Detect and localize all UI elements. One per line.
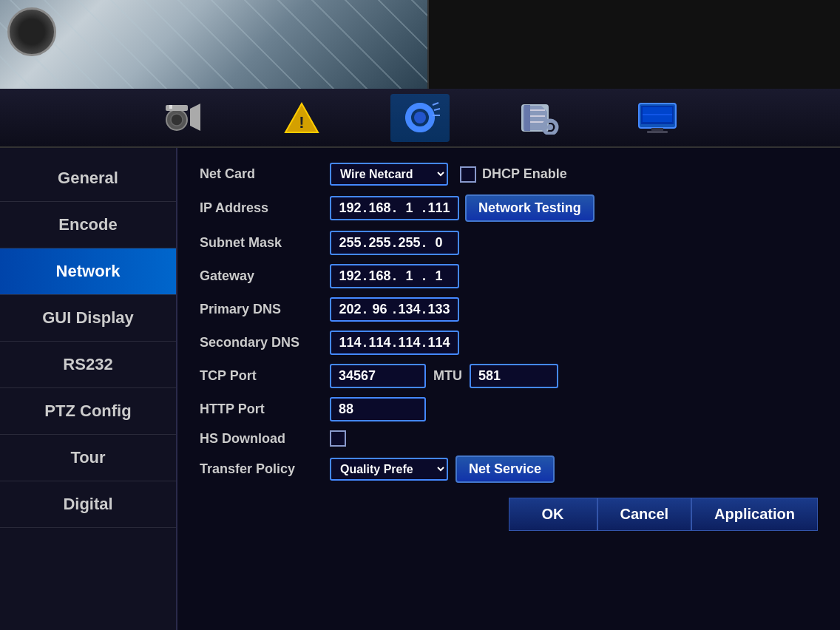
application-button[interactable]: Application <box>691 498 818 531</box>
http-port-label: HTTP Port <box>200 402 318 417</box>
gw-b: 168 <box>367 268 393 284</box>
dhcp-area: DHCP Enable <box>460 166 567 183</box>
storage-icon <box>518 101 559 135</box>
svg-rect-4 <box>169 105 172 109</box>
tcp-port-input[interactable] <box>330 364 426 388</box>
network-monitor-icon <box>637 101 677 135</box>
svg-rect-2 <box>166 105 188 111</box>
nav-icon-camera-video[interactable] <box>154 94 213 142</box>
svg-rect-26 <box>548 119 552 123</box>
ip-b: 168 <box>367 200 393 216</box>
ip-d: 111 <box>426 200 452 216</box>
subnet-mask-input[interactable]: 255 . 255 . 255 . 0 <box>330 231 459 255</box>
tcp-mtu-row: MTU <box>330 364 558 388</box>
transfer-policy-label: Transfer Policy <box>200 461 318 477</box>
gateway-input[interactable]: 192 . 168 . 1 . 1 <box>330 264 459 288</box>
svg-marker-3 <box>190 104 200 131</box>
dns2-b: 114 <box>367 335 393 350</box>
dns1-a: 202 <box>337 302 363 317</box>
alarm-icon: ! <box>282 101 322 135</box>
secondary-dns-label: Secondary DNS <box>200 335 318 350</box>
subnet-a: 255 <box>337 235 363 251</box>
transfer-policy-select[interactable]: Quality Prefe <box>330 458 448 481</box>
svg-point-8 <box>414 112 426 123</box>
cancel-button[interactable]: Cancel <box>597 498 692 531</box>
gw-a: 192 <box>337 268 363 284</box>
svg-rect-10 <box>418 126 422 132</box>
hs-download-label: HS Download <box>200 431 318 447</box>
sidebar-item-rs232[interactable]: RS232 <box>0 342 176 388</box>
primary-dns-input[interactable]: 202 . 96 . 134 . 133 <box>330 297 459 322</box>
nav-bar: ! <box>0 89 840 148</box>
hs-download-checkbox[interactable] <box>330 430 346 447</box>
svg-text:!: ! <box>299 113 304 132</box>
content-panel: Net Card Wire Netcard DHCP Enable IP Add… <box>177 148 840 630</box>
sidebar-item-general[interactable]: General <box>0 155 176 202</box>
settings-gear-icon <box>400 101 441 135</box>
svg-line-15 <box>433 103 438 105</box>
camera-area <box>0 0 840 89</box>
tcp-port-label: TCP Port <box>200 368 318 384</box>
svg-line-16 <box>434 109 440 110</box>
nav-icon-alarm[interactable]: ! <box>272 94 331 142</box>
dhcp-label: DHCP Enable <box>482 166 567 182</box>
ip-a: 192 <box>337 200 363 216</box>
sidebar-item-encode[interactable]: Encode <box>0 202 176 248</box>
dns2-a: 114 <box>337 335 363 350</box>
svg-rect-27 <box>548 132 552 135</box>
gateway-label: Gateway <box>200 268 318 284</box>
camera-feed-left <box>0 0 429 89</box>
nav-icon-storage[interactable] <box>509 94 568 142</box>
mtu-input[interactable] <box>470 364 558 388</box>
svg-rect-30 <box>651 128 663 131</box>
gw-c: 1 <box>396 268 422 284</box>
gw-d: 1 <box>426 268 452 284</box>
svg-point-1 <box>171 114 183 126</box>
svg-point-25 <box>547 124 553 130</box>
svg-rect-31 <box>647 131 668 133</box>
nav-icon-network-monitor[interactable] <box>627 94 686 142</box>
sidebar-item-gui-display[interactable]: GUI Display <box>0 295 176 342</box>
sidebar: General Encode Network GUI Display RS232… <box>0 148 177 630</box>
net-card-row: Wire Netcard DHCP Enable <box>330 163 567 186</box>
ok-button[interactable]: OK <box>509 498 597 531</box>
svg-rect-11 <box>405 115 411 120</box>
transfer-policy-row: Quality Prefe Net Service <box>330 455 555 483</box>
dhcp-checkbox[interactable] <box>460 166 476 183</box>
primary-dns-label: Primary DNS <box>200 302 318 317</box>
subnet-b: 255 <box>367 235 393 251</box>
nav-icon-settings[interactable] <box>390 94 450 142</box>
dns1-b: 96 <box>367 302 393 317</box>
camera-video-icon <box>163 101 204 135</box>
ip-c: 1 <box>396 200 422 216</box>
sidebar-item-tour[interactable]: Tour <box>0 435 176 481</box>
dns2-d: 114 <box>426 335 452 350</box>
dns1-d: 133 <box>426 302 452 317</box>
sidebar-item-digital[interactable]: Digital <box>0 481 176 528</box>
camera-feed-right <box>429 0 840 89</box>
net-service-button[interactable]: Net Service <box>455 455 555 483</box>
http-port-input[interactable] <box>330 397 426 421</box>
svg-rect-9 <box>418 103 422 109</box>
sidebar-item-ptz-config[interactable]: PTZ Config <box>0 388 176 435</box>
sidebar-item-network[interactable]: Network <box>0 248 176 295</box>
main-content: General Encode Network GUI Display RS232… <box>0 148 840 630</box>
subnet-d: 0 <box>426 235 452 251</box>
subnet-mask-label: Subnet Mask <box>200 235 318 251</box>
subnet-c: 255 <box>396 235 422 251</box>
mtu-label: MTU <box>433 368 462 384</box>
dns2-c: 114 <box>396 335 422 350</box>
network-testing-button[interactable]: Network Testing <box>465 194 595 222</box>
bottom-buttons: OK Cancel Application <box>200 498 818 531</box>
secondary-dns-input[interactable]: 114 . 114 . 114 . 114 <box>330 331 459 355</box>
dns1-c: 134 <box>396 302 422 317</box>
ip-address-row: 192 . 168 . 1 . 111 Network Testing <box>330 194 595 222</box>
ip-address-input[interactable]: 192 . 168 . 1 . 111 <box>330 196 459 220</box>
net-card-select[interactable]: Wire Netcard <box>330 163 448 186</box>
svg-rect-19 <box>524 105 530 131</box>
net-card-label: Net Card <box>200 166 318 182</box>
ip-address-label: IP Address <box>200 200 318 216</box>
